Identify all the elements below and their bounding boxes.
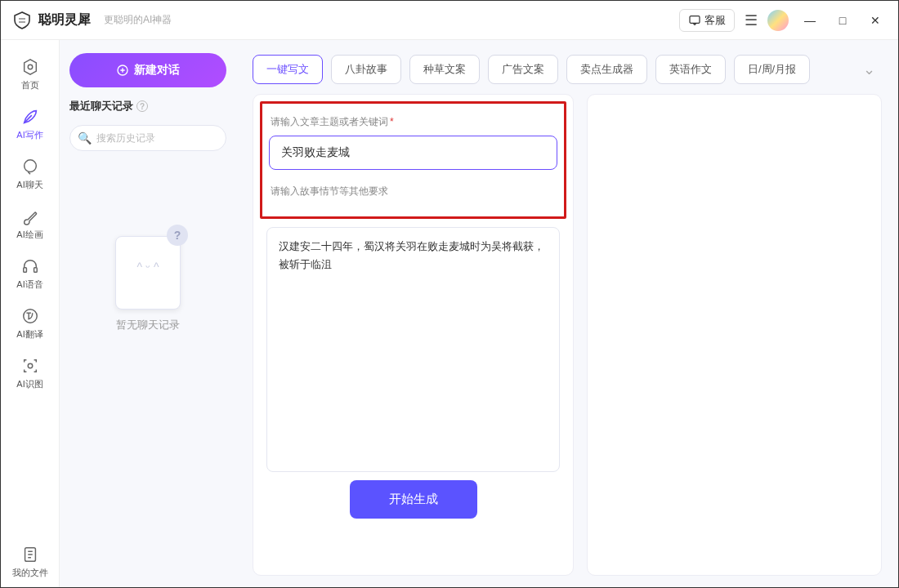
svg-point-5 [23,310,37,323]
avatar[interactable] [767,10,789,31]
app-logo-icon [12,11,32,30]
chat-bubble-icon [688,14,701,27]
new-chat-label: 新建对话 [134,63,180,78]
chat-icon [21,158,39,176]
empty-text: 暂无聊天记录 [116,318,180,332]
nav-my-files[interactable]: 我的文件 [1,537,59,587]
nav-ai-paint[interactable]: AI绘画 [1,199,59,249]
recent-heading-text: 最近聊天记录 [69,99,133,114]
logo-wrap: 聪明灵犀 更聪明的AI神器 [12,11,172,30]
help-icon[interactable]: ? [136,100,148,112]
left-nav: 首页 AI写作 AI聊天 AI绘画 AI语音 AI翻译 AI识图 我 [1,40,60,587]
nav-ai-voice[interactable]: AI语音 [1,249,59,299]
required-asterisk-icon: * [390,116,394,127]
tab-gossip-story[interactable]: 八卦故事 [331,55,401,84]
app-subtitle: 更聪明的AI神器 [104,13,172,27]
titlebar: 聪明灵犀 更聪明的AI神器 客服 ☰ — □ ✕ [1,1,898,40]
nav-label: AI聊天 [16,179,42,191]
recent-heading: 最近聊天记录 ? [69,99,226,114]
nav-ai-chat[interactable]: AI聊天 [1,149,59,199]
feather-icon [21,108,39,126]
support-button[interactable]: 客服 [679,9,735,32]
headphone-icon [21,257,39,275]
tab-selling-points[interactable]: 卖点生成器 [566,55,647,84]
nav-ai-image-rec[interactable]: AI识图 [1,349,59,399]
svg-point-1 [28,65,33,69]
empty-illustration-icon: ^ ᵕ ^ ? [111,228,185,310]
menu-icon[interactable]: ☰ [745,11,758,29]
tabs-more-icon[interactable]: ⌄ [857,60,882,78]
nav-label: 首页 [21,79,39,91]
nav-home[interactable]: 首页 [1,50,59,100]
nav-ai-translate[interactable]: AI翻译 [1,299,59,349]
file-icon [21,546,39,564]
detail-label: 请输入故事情节等其他要求 [271,185,557,198]
tab-report[interactable]: 日/周/月报 [734,55,810,84]
window-maximize-button[interactable]: □ [831,14,854,27]
tab-onekey-write[interactable]: 一键写文 [253,55,323,84]
hexagon-icon [21,58,39,76]
plus-circle-icon [116,64,129,77]
topic-label-text: 请输入文章主题或者关键词 [271,116,388,127]
svg-point-6 [28,363,33,368]
tab-seeding-copy[interactable]: 种草文案 [409,55,480,84]
window-minimize-button[interactable]: — [798,14,821,27]
history-search-input[interactable] [69,125,226,151]
input-form-card: 请输入文章主题或者关键词* 请输入故事情节等其他要求 开始生成 [253,94,574,576]
generate-button[interactable]: 开始生成 [350,480,477,519]
output-preview-card [587,94,882,576]
search-icon: 🔍 [78,131,92,145]
svg-rect-4 [34,268,37,273]
history-search: 🔍 [69,125,226,151]
scan-icon [21,357,39,375]
main-area: 一键写文 八卦故事 种草文案 广告文案 卖点生成器 英语作文 日/周/月报 ⌄ … [236,40,898,587]
highlighted-region: 请输入文章主题或者关键词* 请输入故事情节等其他要求 [260,101,566,219]
new-chat-button[interactable]: 新建对话 [69,53,226,87]
support-label: 客服 [704,13,726,28]
tab-ad-copy[interactable]: 广告文案 [488,55,558,84]
template-tabs: 一键写文 八卦故事 种草文案 广告文案 卖点生成器 英语作文 日/周/月报 ⌄ [236,40,898,94]
brush-icon [21,207,39,225]
nav-label: AI识图 [16,378,42,390]
nav-label: AI写作 [16,129,42,141]
svg-rect-3 [23,268,26,273]
chat-history-pane: 新建对话 最近聊天记录 ? 🔍 ^ ᵕ ^ ? 暂无聊天记录 [60,40,236,587]
nav-label: AI绘画 [16,229,42,241]
tab-english-essay[interactable]: 英语作文 [655,55,726,84]
app-title: 聪明灵犀 [38,11,91,29]
topic-input[interactable] [269,136,557,170]
topic-label: 请输入文章主题或者关键词* [271,115,557,129]
nav-ai-writing[interactable]: AI写作 [1,100,59,149]
empty-state: ^ ᵕ ^ ? 暂无聊天记录 [69,228,226,332]
detail-textarea[interactable] [266,227,560,472]
translate-icon [21,307,39,325]
window-close-button[interactable]: ✕ [864,14,887,27]
nav-label: AI语音 [16,278,42,291]
nav-label: 我的文件 [12,567,48,579]
nav-label: AI翻译 [16,328,42,341]
